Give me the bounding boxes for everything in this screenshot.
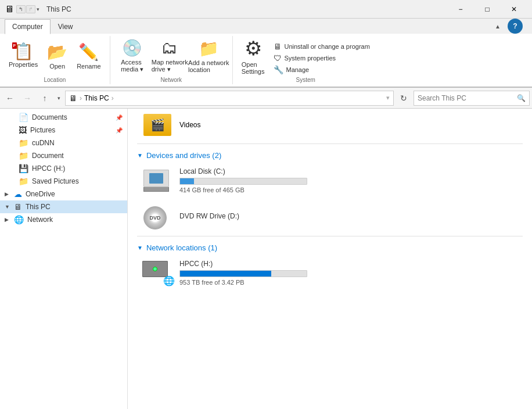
title-controls: − □ ✕ xyxy=(447,0,527,19)
properties-button[interactable]: 📋 F Properties xyxy=(5,38,42,73)
dvd-disc: DVD xyxy=(143,206,167,229)
network-section-header[interactable]: ▼ Network locations (1) xyxy=(137,239,523,254)
sidebar-item-documents[interactable]: 📄 Documents 📌 xyxy=(0,111,127,124)
hpcc-drive-info: HPCC (H:) 953 TB free of 3.42 PB xyxy=(179,260,517,286)
sidebar-item-this-pc[interactable]: ▼ 🖥 This PC xyxy=(0,200,127,213)
ribbon-tabs: Computer View ▲ ? xyxy=(0,19,532,34)
local-disk-c-info: Local Disk (C:) 414 GB free of 465 GB xyxy=(179,167,517,193)
add-network-icon: 📁 xyxy=(199,39,219,58)
close-button[interactable]: ✕ xyxy=(501,0,527,19)
rename-button[interactable]: ✏️ Rename xyxy=(73,38,105,73)
path-dropdown-btn[interactable]: ▾ xyxy=(386,94,390,102)
search-input[interactable] xyxy=(418,94,517,102)
tab-computer[interactable]: Computer xyxy=(5,19,51,34)
uninstall-icon: 🖥 xyxy=(274,42,282,51)
hpcc-network-item[interactable]: 🌐 HPCC (H:) 953 TB free of 3.42 PB xyxy=(137,254,523,291)
devices-collapse-icon: ▼ xyxy=(137,152,143,159)
sidebar-item-hpcc[interactable]: 💾 HPCC (H:) xyxy=(0,162,127,175)
open-label: Open xyxy=(49,63,65,70)
sidebar-item-pictures-label: Pictures xyxy=(30,126,55,134)
local-disk-c-item[interactable]: Local Disk (C:) 414 GB free of 465 GB xyxy=(137,162,523,199)
network-group-items: 💿 Accessmedia ▾ 🗂 Map networkdrive ▾ 📁 A… xyxy=(115,36,228,76)
sidebar-item-saved-pictures[interactable]: 📁 Saved Pictures xyxy=(0,175,127,188)
devices-section-header[interactable]: ▼ Devices and drives (2) xyxy=(137,146,523,162)
qat-redo[interactable]: ↱ xyxy=(26,5,35,13)
document-icon: 📁 xyxy=(19,151,28,160)
hpcc-bar-fill xyxy=(180,271,271,277)
network-collapse-icon: ▼ xyxy=(137,245,143,251)
dvd-rw-info: DVD RW Drive (D:) xyxy=(179,212,517,223)
ribbon-content: 📋 F Properties 📂 Open ✏️ Rename Location xyxy=(0,34,532,87)
onedrive-icon: ☁ xyxy=(14,189,22,199)
open-settings-button[interactable]: ⚙ OpenSettings xyxy=(238,38,269,73)
tab-view[interactable]: View xyxy=(51,19,81,34)
main-area: 📄 Documents 📌 🖼 Pictures 📌 📁 cuDNN 📁 xyxy=(0,109,532,409)
sidebar-item-document[interactable]: 📁 Document xyxy=(0,149,127,162)
location-group-items: 📋 F Properties 📂 Open ✏️ Rename xyxy=(5,36,105,76)
search-icon: 🔍 xyxy=(517,94,526,102)
path-separator-2: › xyxy=(112,94,114,102)
sidebar: 📄 Documents 📌 🖼 Pictures 📌 📁 cuDNN 📁 xyxy=(0,109,128,409)
uninstall-button[interactable]: 🖥 Uninstall or change a program xyxy=(269,41,373,52)
add-network-location-button[interactable]: 📁 Add a networklocation xyxy=(190,38,228,73)
search-box: 🔍 xyxy=(414,91,530,106)
windows-logo xyxy=(149,173,163,184)
window-title: This PC xyxy=(46,5,71,13)
this-pc-icon: 🖥 xyxy=(14,202,22,211)
rename-icon: ✏️ xyxy=(78,42,99,62)
app-icon: 🖥 xyxy=(5,4,14,15)
docs-icon: 📄 xyxy=(19,113,28,122)
up-button[interactable]: ↑ xyxy=(37,91,52,106)
minimize-button[interactable]: − xyxy=(447,0,474,19)
system-properties-button[interactable]: 🛡 System properties xyxy=(269,52,373,64)
sidebar-item-network[interactable]: ▶ 🌐 Network xyxy=(0,213,127,226)
hpcc-bar-bg xyxy=(179,270,307,277)
expand-icon-onedrive: ▶ xyxy=(5,191,10,197)
settings-label: OpenSettings xyxy=(242,61,265,75)
system-group-items: ⚙ OpenSettings 🖥 Uninstall or change a p… xyxy=(238,36,374,76)
system-small-buttons: 🖥 Uninstall or change a program 🛡 System… xyxy=(269,38,373,73)
help-button[interactable]: ? xyxy=(508,19,523,34)
qat-dropdown[interactable]: ▾ xyxy=(37,6,39,12)
ribbon: Computer View ▲ ? 📋 F Properties � xyxy=(0,19,532,88)
sidebar-item-document-label: Document xyxy=(32,152,64,160)
network-group-label: Network xyxy=(115,76,228,84)
title-bar: 🖥 ↰ ↱ ▾ This PC − □ ✕ xyxy=(0,0,532,19)
manage-icon: 🔧 xyxy=(274,65,283,74)
saved-pictures-icon: 📁 xyxy=(19,177,28,186)
videos-label: Videos xyxy=(179,121,200,129)
dvd-rw-icon-area: DVD xyxy=(142,206,172,228)
properties-badge: F xyxy=(12,42,17,49)
expand-icon-this-pc: ▼ xyxy=(5,204,10,210)
sidebar-item-cudnn[interactable]: 📁 cuDNN xyxy=(0,137,127,149)
network-section-label: Network locations (1) xyxy=(146,243,217,252)
qat-undo[interactable]: ↰ xyxy=(16,5,26,13)
hpcc-free: 953 TB free of 3.42 PB xyxy=(179,279,517,286)
videos-item[interactable]: 🎬 Videos xyxy=(137,113,523,141)
recent-locations-button[interactable]: ▾ xyxy=(55,91,63,106)
devices-divider xyxy=(137,143,523,144)
pin-icon: 📌 xyxy=(116,114,123,121)
forward-button[interactable]: → xyxy=(20,91,35,106)
dvd-rw-item[interactable]: DVD DVD RW Drive (D:) xyxy=(137,201,523,234)
address-path[interactable]: 🖥 › This PC › ▾ xyxy=(65,91,394,106)
ribbon-group-system: ⚙ OpenSettings 🖥 Uninstall or change a p… xyxy=(233,36,379,84)
sidebar-item-hpcc-label: HPCC (H:) xyxy=(32,164,65,173)
map-network-drive-button[interactable]: 🗂 Map networkdrive ▾ xyxy=(151,38,189,73)
manage-button[interactable]: 🔧 Manage xyxy=(269,64,373,76)
access-media-button[interactable]: 💿 Accessmedia ▾ xyxy=(115,38,150,73)
ribbon-group-network: 💿 Accessmedia ▾ 🗂 Map networkdrive ▾ 📁 A… xyxy=(110,36,233,84)
open-button[interactable]: 📂 Open xyxy=(43,38,71,73)
local-disk-c-free: 414 GB free of 465 GB xyxy=(179,186,517,193)
sidebar-item-pictures[interactable]: 🖼 Pictures 📌 xyxy=(0,124,127,137)
network-divider xyxy=(137,236,523,236)
manage-label: Manage xyxy=(286,66,309,73)
maximize-button[interactable]: □ xyxy=(474,0,501,19)
back-button[interactable]: ← xyxy=(2,91,17,106)
ribbon-collapse-btn[interactable]: ▲ xyxy=(495,23,501,30)
sidebar-item-onedrive[interactable]: ▶ ☁ OneDrive xyxy=(0,188,127,200)
rename-label: Rename xyxy=(77,63,101,70)
refresh-button[interactable]: ↻ xyxy=(396,91,411,106)
sidebar-content: 📄 Documents 📌 🖼 Pictures 📌 📁 cuDNN 📁 xyxy=(0,109,127,409)
settings-icon: ⚙ xyxy=(245,37,262,60)
